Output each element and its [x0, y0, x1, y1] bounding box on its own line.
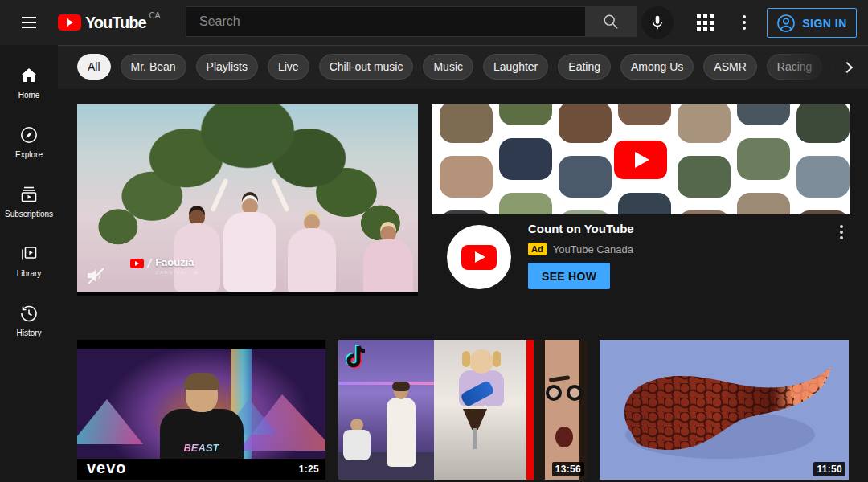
country-code: CA: [149, 11, 161, 20]
dancer-figure-lead: [223, 198, 276, 292]
mosaic-video-tile: [678, 104, 731, 143]
mosaic-video-tile: [796, 104, 850, 143]
youtube-apps-button[interactable]: [689, 6, 721, 39]
muted-speaker-icon[interactable]: [85, 265, 106, 286]
ad-avatar[interactable]: [447, 225, 511, 289]
mosaic-video-tile: [678, 156, 731, 198]
youtube-logo-icon: [461, 245, 497, 270]
kebab-menu-icon: [743, 15, 746, 30]
history-icon: [19, 304, 39, 323]
person-figure: [385, 385, 417, 480]
shirt-text: BEAST: [183, 442, 219, 454]
youtube-home-page: YouTube CA: [0, 0, 868, 482]
duration-badge: 1:25: [296, 462, 322, 476]
ad-banner-image[interactable]: [432, 104, 850, 214]
youtube-wordmark: YouTube: [85, 11, 146, 34]
youtube-logo-icon: [58, 14, 81, 31]
chip-all[interactable]: All: [77, 54, 111, 80]
kebab-menu-icon: [840, 225, 843, 228]
mosaic-video-tile: [618, 193, 671, 214]
search-input[interactable]: [186, 14, 585, 30]
chip-mr-bean[interactable]: Mr. Bean: [121, 54, 186, 80]
mini-guide: Home Explore Subscriptions Li: [0, 45, 58, 482]
sidebar-item-home[interactable]: Home: [0, 53, 58, 112]
settings-menu-button[interactable]: [728, 6, 760, 39]
masthead: YouTube CA: [0, 0, 868, 45]
ad-title[interactable]: Count on YouTube: [528, 222, 634, 235]
mosaic-video-tile: [737, 138, 790, 180]
duration-badge: 13:56: [552, 462, 584, 476]
mosaic-video-tile: [737, 104, 790, 125]
chip-live[interactable]: Live: [268, 54, 309, 80]
mosaic-video-tile: [559, 210, 612, 214]
sidebar-item-subscriptions[interactable]: Subscriptions: [0, 172, 58, 231]
mosaic-video-tile: [796, 156, 850, 198]
search-box: [186, 6, 585, 37]
mosaic-video-tile: [440, 156, 493, 198]
chip-playlists[interactable]: Playlists: [196, 54, 258, 80]
dancer-figure: [288, 214, 336, 296]
magnifier-icon: [602, 13, 620, 31]
glasses: [546, 385, 583, 406]
mosaic-video-tile: [678, 210, 731, 214]
chevron-right-icon: [847, 68, 848, 69]
video-thumbnail-3[interactable]: 11:50: [600, 340, 849, 480]
dancer-figure: [174, 210, 220, 292]
chips-scroll-right-button[interactable]: [839, 60, 855, 76]
watermark-artist: Faouzia: [155, 256, 199, 268]
tiktok-icon: [342, 343, 370, 374]
mosaic-video-tile: [559, 104, 612, 143]
mosaic-video-tile: [499, 104, 552, 125]
person-circle-icon: [776, 14, 796, 33]
channel-watermark: / Faouzia CARNIVAL, M: [130, 256, 199, 275]
youtube-mini-logo-icon: [130, 259, 144, 268]
sidebar-item-history[interactable]: History: [0, 291, 58, 350]
mosaic-video-tile: [499, 138, 552, 180]
featured-video-thumbnail[interactable]: / Faouzia CARNIVAL, M: [77, 104, 418, 296]
mosaic-video-tile: [440, 210, 493, 214]
video-thumbnail-1[interactable]: BEAST vevo 1:25: [77, 340, 326, 480]
sidebar-item-library[interactable]: Library: [0, 231, 58, 291]
chips-track: All Mr. Bean Playlists Live Chill-out mu…: [77, 54, 868, 80]
home-icon: [19, 66, 39, 85]
youtube-logo[interactable]: YouTube CA: [58, 11, 160, 34]
person-figure: [343, 419, 371, 465]
ad-meta-row: Ad YouTube Canada: [528, 243, 633, 255]
chip-among-us[interactable]: Among Us: [620, 54, 694, 80]
duration-badge: 11:50: [813, 462, 845, 476]
creator-figure: BEAST: [160, 377, 244, 459]
sidebar-item-explore[interactable]: Explore: [0, 112, 58, 172]
video-thumbnail-2[interactable]: 13:56: [338, 340, 588, 480]
compass-icon: [19, 125, 39, 145]
dancer-figure: [363, 226, 413, 296]
sign-in-button[interactable]: SIGN IN: [767, 8, 857, 38]
chip-laughter[interactable]: Laughter: [483, 54, 548, 80]
ad-menu-button[interactable]: [833, 220, 850, 244]
chip-chill-out-music[interactable]: Chill-out music: [319, 54, 414, 80]
ad-advertiser[interactable]: YouTube Canada: [553, 243, 633, 255]
hamburger-icon: [22, 17, 36, 18]
mosaic-video-tile: [737, 193, 790, 214]
chip-music[interactable]: Music: [423, 54, 473, 80]
library-icon: [19, 244, 39, 263]
ad-cta-button[interactable]: SEE HOW: [528, 263, 610, 289]
chip-racing[interactable]: Racing: [767, 54, 823, 80]
vevo-logo: vevo: [87, 459, 127, 477]
mosaic-video-tile: [559, 156, 612, 198]
search-button[interactable]: [585, 6, 637, 37]
mosaic-video-tile: [440, 104, 493, 143]
mosaic-video-tile: [499, 193, 552, 214]
pancreas-illustration: [600, 340, 849, 480]
microphone-icon: [649, 14, 666, 31]
subscriptions-icon: [19, 185, 39, 204]
mosaic-video-tile: [618, 104, 671, 125]
chip-asmr[interactable]: ASMR: [703, 54, 756, 80]
guide-menu-button[interactable]: [13, 6, 45, 39]
voice-search-button[interactable]: [641, 6, 674, 39]
filter-chips-bar: All Mr. Bean Playlists Live Chill-out mu…: [58, 45, 868, 89]
apps-grid-icon: [697, 14, 714, 31]
youtube-play-logo-icon: [614, 141, 667, 179]
ad-badge: Ad: [528, 243, 547, 255]
watermark-subtitle: CARNIVAL, M: [155, 270, 199, 275]
chip-eating[interactable]: Eating: [558, 54, 611, 80]
